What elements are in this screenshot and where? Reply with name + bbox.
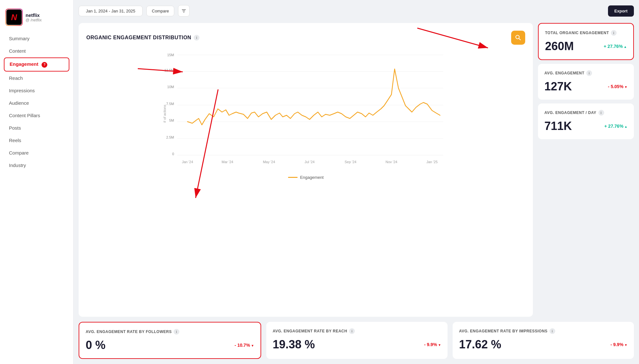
- chart-title-row: ORGANIC ENGAGEMENT DISTRIBUTION i: [86, 31, 525, 45]
- sidebar-item-reach[interactable]: Reach: [4, 72, 69, 84]
- metric-value-row-1: 19.38 % - 9.9%: [273, 338, 441, 351]
- legend-line: [288, 177, 298, 178]
- metric-arrow-down-2: [624, 342, 627, 347]
- chart-info-icon[interactable]: i: [194, 35, 199, 41]
- stat-label-avg-engagement-day: AVG. ENGAGEMENT / DAY i: [544, 110, 627, 116]
- stats-panel: TOTAL ORGANIC ENGAGEMENT i 260M + 27.76%: [538, 23, 634, 317]
- sidebar-item-industry[interactable]: Industry: [4, 159, 69, 171]
- svg-text:0: 0: [172, 152, 174, 156]
- metric-value-reach: 19.38 %: [273, 338, 315, 351]
- metric-label-reach: AVG. ENGAGEMENT RATE BY REACH i: [273, 328, 441, 334]
- svg-text:5M: 5M: [169, 118, 174, 122]
- stat-change-avg-engagement-day: + 27.76%: [604, 124, 627, 129]
- sidebar-navigation: Summary Content Engagement ? Reach Impre…: [0, 33, 73, 171]
- profile-name: netflix: [26, 12, 42, 18]
- metric-card-followers: AVG. ENGAGEMENT RATE BY FOLLOWERS i 0 % …: [79, 322, 261, 359]
- main-content: Jan 1, 2024 - Jan 31, 2025 Compare Expor…: [74, 0, 639, 364]
- metric-change-followers: - 10.7%: [235, 343, 254, 348]
- stat-value-total-organic: 260M: [545, 40, 574, 53]
- stat-value-row-0: 260M + 27.76%: [545, 40, 627, 53]
- stat-info-icon-1[interactable]: i: [586, 70, 592, 76]
- svg-text:May '24: May '24: [263, 160, 275, 164]
- svg-text:2.5M: 2.5M: [166, 135, 174, 139]
- stat-value-row-1: 127K - 5.05%: [544, 80, 627, 93]
- sidebar-item-engagement[interactable]: Engagement ?: [4, 57, 69, 72]
- chart-search-button[interactable]: [511, 31, 525, 45]
- svg-text:# of actions: # of actions: [163, 104, 167, 123]
- metric-label-followers: AVG. ENGAGEMENT RATE BY FOLLOWERS i: [86, 329, 254, 335]
- chart-legend: Engagement: [86, 175, 525, 180]
- filter-icon: [181, 8, 186, 13]
- metric-arrow-down-0: [251, 343, 254, 348]
- search-icon: [515, 34, 521, 41]
- arrow-down-icon: [624, 84, 627, 89]
- metric-info-icon-2[interactable]: i: [549, 328, 555, 334]
- metric-change-impressions: - 9.9%: [611, 342, 627, 347]
- svg-text:15M: 15M: [167, 53, 174, 57]
- date-filter[interactable]: Jan 1, 2024 - Jan 31, 2025: [79, 6, 143, 16]
- legend-label: Engagement: [300, 175, 324, 180]
- svg-text:Jan '25: Jan '25: [426, 160, 438, 164]
- sidebar-item-audience[interactable]: Audience: [4, 97, 69, 109]
- engagement-badge: ?: [42, 62, 47, 68]
- sidebar: N netflix @ /netflix Summary Content Eng…: [0, 0, 74, 364]
- metric-change-reach: - 9.9%: [424, 342, 441, 347]
- stat-change-total-organic: + 27.76%: [604, 44, 627, 49]
- sidebar-item-reels[interactable]: Reels: [4, 134, 69, 146]
- metric-value-impressions: 17.62 %: [459, 338, 501, 351]
- netflix-n-icon: N: [11, 12, 17, 22]
- chart-panel: ORGANIC ENGAGEMENT DISTRIBUTION i 0: [79, 23, 533, 317]
- svg-text:Jan '24: Jan '24: [182, 160, 193, 164]
- sidebar-item-content-pillars[interactable]: Content Pillars: [4, 110, 69, 121]
- stat-label-total-organic: TOTAL ORGANIC ENGAGEMENT i: [545, 30, 627, 36]
- stat-card-avg-engagement: AVG. ENGAGEMENT i 127K - 5.05%: [538, 64, 634, 100]
- chart-title: ORGANIC ENGAGEMENT DISTRIBUTION: [86, 35, 191, 41]
- profile-logo: N: [6, 10, 22, 25]
- export-button[interactable]: Export: [608, 5, 634, 17]
- content-area: ORGANIC ENGAGEMENT DISTRIBUTION i 0: [79, 23, 634, 317]
- arrow-up-icon-2: [624, 124, 627, 129]
- svg-text:Jul '24: Jul '24: [305, 160, 315, 164]
- bottom-metrics: AVG. ENGAGEMENT RATE BY FOLLOWERS i 0 % …: [79, 322, 634, 359]
- metric-arrow-down-1: [438, 342, 441, 347]
- sidebar-item-impressions[interactable]: Impressions: [4, 85, 69, 96]
- metric-card-reach: AVG. ENGAGEMENT RATE BY REACH i 19.38 % …: [266, 322, 448, 359]
- svg-text:10M: 10M: [167, 85, 174, 89]
- sidebar-item-posts[interactable]: Posts: [4, 122, 69, 134]
- stat-value-row-2: 711K + 27.76%: [544, 119, 627, 133]
- svg-text:Nov '24: Nov '24: [386, 160, 397, 164]
- chart-container: 0 2.5M 5M 7.5M 10M 12.5M 15M # of action…: [86, 50, 525, 309]
- metric-value-followers: 0 %: [86, 338, 105, 352]
- stat-change-avg-engagement: - 5.05%: [608, 84, 627, 89]
- svg-text:Mar '24: Mar '24: [222, 160, 233, 164]
- arrow-up-icon: [624, 44, 627, 49]
- metric-info-icon-0[interactable]: i: [174, 329, 179, 335]
- stat-card-total-organic: TOTAL ORGANIC ENGAGEMENT i 260M + 27.76%: [538, 23, 634, 60]
- svg-line-6: [519, 39, 521, 40]
- svg-text:12.5M: 12.5M: [164, 68, 174, 72]
- stat-label-avg-engagement: AVG. ENGAGEMENT i: [544, 70, 627, 76]
- sidebar-item-compare[interactable]: Compare: [4, 147, 69, 159]
- top-bar: Jan 1, 2024 - Jan 31, 2025 Compare Expor…: [79, 5, 634, 17]
- profile-section: N netflix @ /netflix: [0, 6, 73, 33]
- svg-text:7.5M: 7.5M: [166, 102, 174, 106]
- stat-info-icon-0[interactable]: i: [611, 30, 617, 36]
- sidebar-item-summary[interactable]: Summary: [4, 33, 69, 44]
- metric-value-row-2: 17.62 % - 9.9%: [459, 338, 627, 351]
- svg-text:Sep '24: Sep '24: [345, 160, 356, 164]
- metric-value-row-0: 0 % - 10.7%: [86, 338, 254, 352]
- profile-handle: @ /netflix: [26, 18, 42, 22]
- metric-label-impressions: AVG. ENGAGEMENT RATE BY IMPRESSIONS i: [459, 328, 627, 334]
- stat-value-avg-engagement: 127K: [544, 80, 572, 93]
- page-wrapper: Jan 1, 2024 - Jan 31, 2025 Compare Expor…: [74, 0, 639, 364]
- compare-button[interactable]: Compare: [146, 6, 174, 16]
- filter-icon-button[interactable]: [178, 5, 190, 17]
- stat-info-icon-2[interactable]: i: [598, 110, 604, 116]
- metric-card-impressions: AVG. ENGAGEMENT RATE BY IMPRESSIONS i 17…: [453, 322, 634, 359]
- sidebar-item-content[interactable]: Content: [4, 45, 69, 57]
- stat-value-avg-engagement-day: 711K: [544, 119, 572, 133]
- metric-info-icon-1[interactable]: i: [349, 328, 355, 334]
- profile-info: netflix @ /netflix: [26, 12, 42, 22]
- engagement-chart: 0 2.5M 5M 7.5M 10M 12.5M 15M # of action…: [86, 50, 525, 171]
- stat-card-avg-engagement-day: AVG. ENGAGEMENT / DAY i 711K + 27.76%: [538, 103, 634, 139]
